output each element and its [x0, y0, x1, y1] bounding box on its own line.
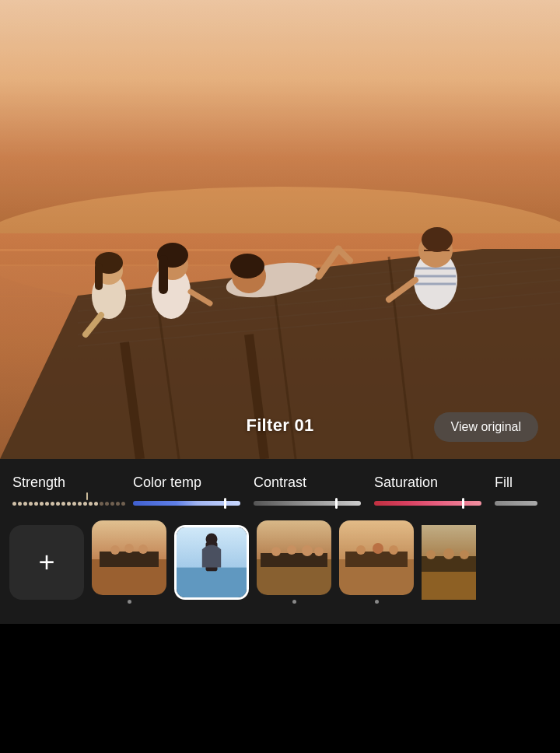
contrast-thumb [335, 498, 338, 509]
strength-dot [110, 502, 114, 506]
strength-slider-item: Strength [12, 475, 133, 510]
thumb-dot-1 [128, 600, 131, 604]
strength-dot [12, 502, 16, 506]
svg-point-55 [287, 545, 296, 555]
svg-rect-48 [177, 567, 247, 597]
svg-rect-71 [422, 525, 476, 600]
strength-dot [94, 502, 98, 506]
svg-point-44 [110, 545, 120, 555]
svg-point-45 [124, 544, 134, 553]
contrast-label: Contrast [254, 475, 306, 491]
color-temp-track[interactable] [133, 497, 242, 510]
thumbnails-row: + [0, 510, 560, 616]
strength-dot [78, 502, 82, 506]
svg-rect-43 [100, 552, 159, 567]
fill-bar [495, 501, 537, 506]
fill-label: Fill [495, 475, 513, 491]
saturation-slider-item: Saturation [374, 475, 495, 510]
strength-dot [34, 502, 38, 506]
photo-area: Filter 01 View original [0, 0, 560, 459]
strength-dot [23, 502, 27, 506]
fill-slider-item: Fill [495, 475, 557, 510]
svg-point-54 [271, 547, 281, 556]
add-filter-button[interactable]: + [9, 525, 84, 600]
strength-dot [29, 502, 33, 506]
strength-tick [86, 492, 88, 500]
contrast-track[interactable] [254, 497, 362, 510]
strength-dot [40, 502, 44, 506]
filter-thumbnail-1[interactable] [92, 520, 166, 595]
filter-name-label: Filter 01 [246, 415, 313, 436]
strength-dot [105, 502, 109, 506]
filter-thumbnail-3[interactable] [257, 520, 331, 595]
strength-dot [45, 502, 49, 506]
strength-dot [83, 502, 87, 506]
color-temp-slider-item: Color temp [133, 475, 254, 510]
saturation-track[interactable] [374, 497, 483, 510]
strength-dot [116, 502, 120, 506]
saturation-label: Saturation [374, 475, 438, 491]
controls-area: Strength [0, 459, 560, 624]
strength-dot [67, 502, 71, 506]
filter-thumbnail-4[interactable] [339, 520, 414, 595]
strength-dot [51, 502, 54, 506]
color-temp-bar [133, 501, 240, 506]
thumb-dot-3 [292, 600, 296, 604]
saturation-thumb [462, 498, 464, 509]
saturation-bar [374, 501, 481, 506]
strength-dot [89, 502, 93, 506]
svg-rect-64 [339, 520, 414, 595]
strength-dot [72, 502, 76, 506]
fill-track[interactable] [495, 497, 541, 510]
strength-dot [121, 502, 125, 506]
svg-rect-40 [0, 0, 560, 459]
svg-point-50 [206, 533, 218, 545]
contrast-bar [254, 501, 361, 506]
strength-dot [18, 502, 22, 506]
color-temp-thumb [224, 498, 226, 509]
strength-dot [100, 502, 103, 506]
svg-point-57 [314, 547, 324, 556]
thumb-dot-4 [375, 600, 379, 604]
strength-dot [61, 502, 65, 506]
svg-point-46 [138, 545, 148, 554]
sliders-row: Strength [0, 475, 560, 510]
strength-label: Strength [12, 475, 65, 491]
color-temp-label: Color temp [133, 475, 201, 491]
view-original-button[interactable]: View original [434, 412, 538, 442]
filter-thumbnail-2[interactable] [174, 525, 249, 600]
svg-point-56 [302, 545, 313, 556]
filter-thumbnail-5[interactable] [422, 525, 476, 600]
contrast-slider-item: Contrast [254, 475, 374, 510]
strength-dot [56, 502, 60, 506]
strength-track[interactable] [12, 497, 121, 510]
